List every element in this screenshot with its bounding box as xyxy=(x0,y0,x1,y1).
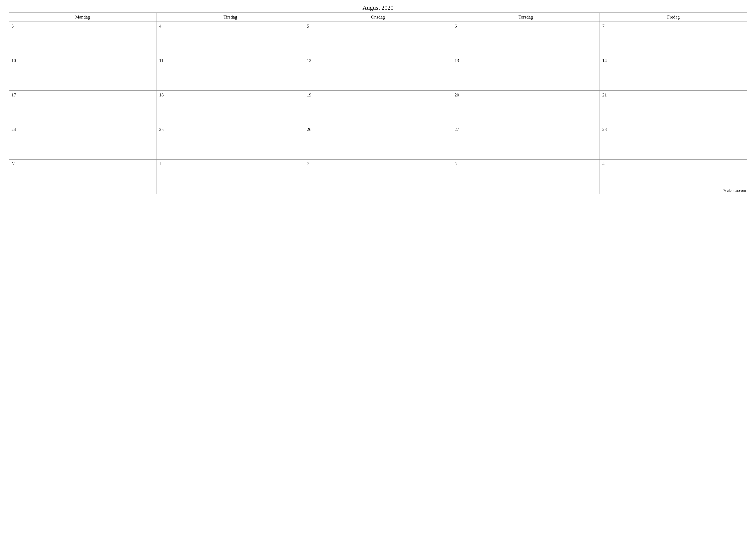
calendar-day-cell: 17 xyxy=(9,91,156,125)
day-number: 11 xyxy=(159,58,301,63)
calendar-day-cell: 19 xyxy=(304,91,452,125)
day-number: 25 xyxy=(159,127,301,132)
day-number: 6 xyxy=(454,23,597,29)
header-fredag: Fredag xyxy=(600,13,747,22)
day-number: 17 xyxy=(12,92,154,98)
calendar-week-row: 3112347calendar.com xyxy=(9,160,747,194)
calendar-day-cell: 18 xyxy=(156,91,304,125)
calendar-day-cell: 5 xyxy=(304,22,452,56)
calendar-day-cell: 2 xyxy=(304,160,452,194)
day-number: 14 xyxy=(602,58,744,63)
calendar-day-cell: 27 xyxy=(452,125,600,160)
day-number: 10 xyxy=(12,58,154,63)
calendar-day-cell: 3 xyxy=(9,22,156,56)
day-number: 27 xyxy=(454,127,597,132)
calendar-day-cell: 10 xyxy=(9,56,156,91)
calendar-table: Mandag Tirsdag Onsdag Torsdag Fredag 345… xyxy=(9,13,747,194)
calendar-day-cell: 31 xyxy=(9,160,156,194)
calendar-day-cell: 14 xyxy=(600,56,747,91)
day-number: 4 xyxy=(602,161,744,167)
calendar-day-cell: 4 xyxy=(156,22,304,56)
day-number: 4 xyxy=(159,23,301,29)
calendar-day-cell: 13 xyxy=(452,56,600,91)
day-number: 31 xyxy=(12,161,154,167)
day-number: 7 xyxy=(602,23,744,29)
calendar-week-row: 2425262728 xyxy=(9,125,747,160)
calendar-day-cell: 47calendar.com xyxy=(600,160,747,194)
day-number: 1 xyxy=(159,161,301,167)
calendar-header-row: Mandag Tirsdag Onsdag Torsdag Fredag xyxy=(9,13,747,22)
calendar-day-cell: 3 xyxy=(452,160,600,194)
day-number: 5 xyxy=(307,23,449,29)
calendar-day-cell: 7 xyxy=(600,22,747,56)
day-number: 2 xyxy=(307,161,449,167)
day-number: 13 xyxy=(454,58,597,63)
header-tirsdag: Tirsdag xyxy=(156,13,304,22)
day-number: 24 xyxy=(12,127,154,132)
day-number: 28 xyxy=(602,127,744,132)
calendar-week-row: 34567 xyxy=(9,22,747,56)
day-number: 19 xyxy=(307,92,449,98)
calendar-week-row: 1011121314 xyxy=(9,56,747,91)
calendar-day-cell: 12 xyxy=(304,56,452,91)
day-number: 12 xyxy=(307,58,449,63)
day-number: 26 xyxy=(307,127,449,132)
calendar-title: August 2020 xyxy=(9,4,747,11)
calendar-container: August 2020 Mandag Tirsdag Onsdag Torsda… xyxy=(9,4,747,194)
header-mandag: Mandag xyxy=(9,13,156,22)
header-torsdag: Torsdag xyxy=(452,13,600,22)
calendar-day-cell: 1 xyxy=(156,160,304,194)
calendar-day-cell: 20 xyxy=(452,91,600,125)
day-number: 18 xyxy=(159,92,301,98)
day-number: 20 xyxy=(454,92,597,98)
calendar-day-cell: 25 xyxy=(156,125,304,160)
day-number: 3 xyxy=(12,23,154,29)
day-number: 21 xyxy=(602,92,744,98)
footer-source-label: 7calendar.com xyxy=(723,189,746,193)
day-number: 3 xyxy=(454,161,597,167)
calendar-body: 3456710111213141718192021242526272831123… xyxy=(9,22,747,194)
calendar-day-cell: 11 xyxy=(156,56,304,91)
calendar-day-cell: 26 xyxy=(304,125,452,160)
calendar-day-cell: 6 xyxy=(452,22,600,56)
calendar-day-cell: 28 xyxy=(600,125,747,160)
calendar-day-cell: 24 xyxy=(9,125,156,160)
header-onsdag: Onsdag xyxy=(304,13,452,22)
calendar-week-row: 1718192021 xyxy=(9,91,747,125)
calendar-day-cell: 21 xyxy=(600,91,747,125)
